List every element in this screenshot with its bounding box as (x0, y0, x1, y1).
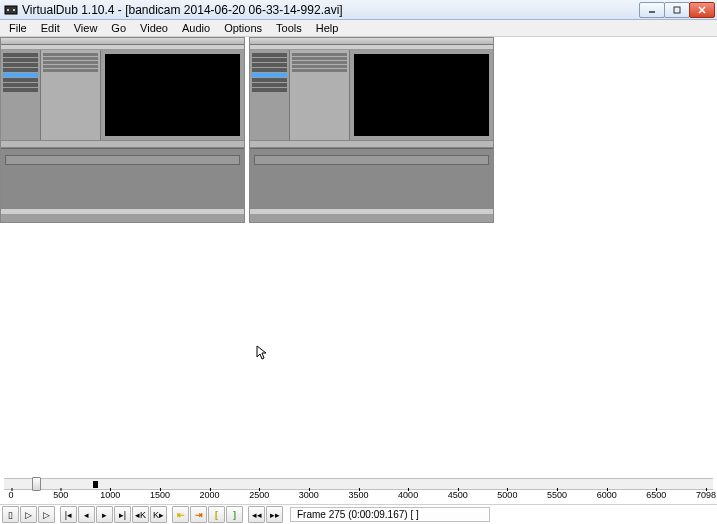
menu-tools[interactable]: Tools (269, 21, 309, 35)
ruler-tick: 1000 (100, 490, 120, 500)
timeline-handle[interactable] (32, 477, 41, 491)
svg-rect-0 (5, 6, 17, 14)
ruler-tick: 0 (9, 490, 14, 500)
menu-go[interactable]: Go (104, 21, 133, 35)
prev-drop-button[interactable]: ⇤ (172, 506, 189, 523)
scene-next-button[interactable]: ▸▸ (266, 506, 283, 523)
svg-rect-4 (674, 7, 680, 13)
maximize-button[interactable] (664, 2, 690, 18)
next-keyframe-button[interactable]: K▸ (150, 506, 167, 523)
window-controls (640, 2, 715, 18)
playback-toolbar: ▯▷▷|◂◂▸▸|◂KK▸⇤⇥[]◂◂▸▸Frame 275 (0:00:09.… (0, 504, 717, 524)
next-frame-button[interactable]: ▸ (96, 506, 113, 523)
menu-audio[interactable]: Audio (175, 21, 217, 35)
minimize-button[interactable] (639, 2, 665, 18)
ruler-tick: 4500 (448, 490, 468, 500)
svg-point-2 (13, 9, 15, 11)
bottom-panel: 0500100015002000250030003500400045005000… (0, 478, 717, 524)
next-drop-button[interactable]: ⇥ (190, 506, 207, 523)
app-icon (4, 3, 18, 17)
ruler-tick: 5500 (547, 490, 567, 500)
mark-in-button[interactable]: [ (208, 506, 225, 523)
titlebar: VirtualDub 1.10.4 - [bandicam 2014-06-20… (0, 0, 717, 20)
menu-edit[interactable]: Edit (34, 21, 67, 35)
close-button[interactable] (689, 2, 715, 18)
ruler-tick: 2500 (249, 490, 269, 500)
menu-view[interactable]: View (67, 21, 105, 35)
input-video-pane[interactable] (0, 37, 245, 223)
ruler-tick: 3000 (299, 490, 319, 500)
menubar: FileEditViewGoVideoAudioOptionsToolsHelp (0, 20, 717, 37)
window-title: VirtualDub 1.10.4 - [bandicam 2014-06-20… (22, 3, 640, 17)
menu-options[interactable]: Options (217, 21, 269, 35)
menu-help[interactable]: Help (309, 21, 346, 35)
ruler-tick: 1500 (150, 490, 170, 500)
ruler-tick: 6500 (646, 490, 666, 500)
ruler-tick: 5000 (497, 490, 517, 500)
ruler-tick: 500 (53, 490, 68, 500)
ruler-tick: 6000 (597, 490, 617, 500)
menu-video[interactable]: Video (133, 21, 175, 35)
ruler-tick: 7098 (696, 490, 716, 500)
go-end-button[interactable]: ▸| (114, 506, 131, 523)
frame-info: Frame 275 (0:00:09.167) [ ] (290, 507, 490, 522)
timeline-marker (93, 481, 98, 488)
prev-keyframe-button[interactable]: ◂K (132, 506, 149, 523)
scene-prev-button[interactable]: ◂◂ (248, 506, 265, 523)
mouse-cursor-icon (256, 345, 268, 364)
mark-out-button[interactable]: ] (226, 506, 243, 523)
play-input-button[interactable]: ▷ (20, 506, 37, 523)
go-start-button[interactable]: |◂ (60, 506, 77, 523)
output-video-pane[interactable] (249, 37, 494, 223)
video-panes (0, 37, 717, 223)
stop-button[interactable]: ▯ (2, 506, 19, 523)
menu-file[interactable]: File (2, 21, 34, 35)
ruler-tick: 2000 (200, 490, 220, 500)
svg-point-1 (7, 9, 9, 11)
ruler-tick: 3500 (348, 490, 368, 500)
content-area (0, 37, 717, 478)
play-output-button[interactable]: ▷ (38, 506, 55, 523)
ruler-tick: 4000 (398, 490, 418, 500)
timeline-ruler: 0500100015002000250030003500400045005000… (4, 490, 713, 504)
prev-frame-button[interactable]: ◂ (78, 506, 95, 523)
